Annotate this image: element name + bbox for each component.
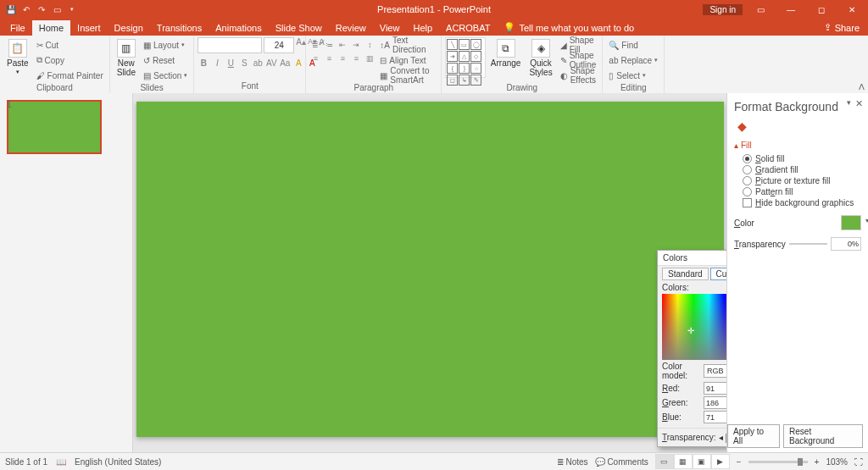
tab-transitions[interactable]: Transitions	[150, 20, 209, 36]
undo-icon[interactable]: ↶	[20, 3, 32, 15]
shape-star-icon[interactable]: ☆	[470, 63, 481, 74]
section-button[interactable]: ▤Section▾	[141, 68, 190, 83]
fit-window-icon[interactable]: ⛶	[854, 457, 863, 467]
radio-pattern-fill[interactable]: Pattern fill	[734, 186, 861, 197]
trans-left-icon[interactable]: ◂	[719, 433, 723, 442]
reset-button[interactable]: ↺Reset	[141, 53, 190, 68]
maximize-icon[interactable]: ◻	[809, 0, 834, 19]
radio-solid-fill[interactable]: Solid fill	[734, 153, 861, 164]
numbering-icon[interactable]: ≔	[323, 39, 335, 51]
text-direction-button[interactable]: ↕AText Direction	[377, 37, 437, 53]
align-center-icon[interactable]: ≡	[323, 53, 335, 64]
quick-styles-button[interactable]: ◈Quick Styles	[526, 37, 555, 79]
bold-icon[interactable]: B	[198, 57, 209, 69]
reset-background-button[interactable]: Reset Background	[783, 424, 863, 448]
strike-icon[interactable]: S	[238, 57, 250, 69]
apply-all-button[interactable]: Apply to All	[727, 424, 780, 448]
slide-thumbnail-1[interactable]: 1	[7, 100, 125, 154]
highlight-icon[interactable]: A	[292, 57, 304, 69]
tell-me-search[interactable]: 💡Tell me what you want to do	[497, 19, 641, 36]
spacing-icon[interactable]: AV	[265, 57, 277, 69]
slideshow-view-icon[interactable]: ▶	[711, 454, 730, 469]
copy-button[interactable]: ⧉Copy	[34, 53, 106, 68]
pane-options-icon[interactable]: ▾	[847, 98, 851, 107]
color-model-select[interactable]: RGB	[704, 364, 726, 378]
zoom-value[interactable]: 103%	[826, 457, 848, 467]
color-picker[interactable]: ✛	[662, 294, 726, 360]
case-icon[interactable]: Aa	[279, 57, 291, 69]
layout-button[interactable]: ▦Layout▾	[141, 37, 190, 53]
arrange-button[interactable]: ⧉Arrange	[487, 37, 525, 69]
justify-icon[interactable]: ≡	[350, 53, 362, 64]
language-status[interactable]: English (United States)	[75, 457, 161, 467]
normal-view-icon[interactable]: ▭	[655, 454, 674, 469]
radio-gradient-fill[interactable]: Gradient fill	[734, 164, 861, 175]
dialog-titlebar[interactable]: Colors ? ✕	[658, 251, 726, 266]
tab-file[interactable]: File	[3, 20, 32, 36]
notes-button[interactable]: ≣ Notes	[557, 457, 588, 467]
radio-picture-fill[interactable]: Picture or texture fill	[734, 175, 861, 186]
pane-trans-input[interactable]: 0%	[831, 237, 861, 251]
share-button[interactable]: ⇪Share	[815, 19, 868, 36]
tab-acrobat[interactable]: ACROBAT	[439, 20, 497, 36]
tab-design[interactable]: Design	[108, 20, 150, 36]
align-left-icon[interactable]: ≡	[309, 53, 321, 64]
underline-icon[interactable]: U	[225, 57, 236, 69]
qat-more-icon[interactable]: ▾	[66, 3, 78, 15]
minimize-icon[interactable]: —	[778, 0, 804, 19]
font-size-select[interactable]: 24	[264, 37, 294, 53]
shape-arrow-icon[interactable]: ➔	[447, 51, 458, 62]
check-hide-graphics[interactable]: Hide background graphics	[734, 197, 861, 208]
tab-insert[interactable]: Insert	[70, 20, 108, 36]
slide-area[interactable]: Colors ? ✕ Standard Custom Colors: ✛ ◀	[133, 93, 726, 453]
select-button[interactable]: ▯Select▾	[606, 68, 660, 83]
replace-button[interactable]: abReplace▾	[606, 53, 660, 68]
shapes-gallery[interactable]: ╲▭◯➔△◇ {}☆◻↳✎	[445, 37, 486, 78]
comments-button[interactable]: 💬 Comments	[595, 457, 648, 467]
smartart-button[interactable]: ▦Convert to SmartArt	[377, 68, 437, 83]
font-family-select[interactable]	[198, 37, 262, 53]
slide-canvas[interactable]	[136, 102, 724, 437]
shape-tri-icon[interactable]: △	[459, 51, 470, 62]
paste-button[interactable]: 📋Paste▾	[3, 37, 32, 77]
collapse-ribbon-icon[interactable]: ᐱ	[859, 82, 865, 91]
bullets-icon[interactable]: ≣	[309, 39, 321, 51]
pane-close-icon[interactable]: ✕	[855, 98, 863, 109]
spellcheck-icon[interactable]: 📖	[56, 457, 66, 467]
startshow-icon[interactable]: ▭	[51, 3, 63, 15]
linespacing-icon[interactable]: ↕	[364, 39, 376, 51]
fill-section-header[interactable]: ▴Fill	[734, 141, 861, 150]
shape-rbrace-icon[interactable]: }	[459, 63, 470, 74]
blue-input[interactable]: 71	[704, 411, 726, 423]
reading-view-icon[interactable]: ▣	[693, 454, 711, 469]
tab-home[interactable]: Home	[32, 20, 70, 36]
italic-icon[interactable]: I	[211, 57, 223, 69]
tab-review[interactable]: Review	[329, 20, 373, 36]
sign-in-button[interactable]: Sign in	[703, 4, 743, 15]
pane-trans-slider[interactable]	[789, 243, 827, 245]
cut-button[interactable]: ✂Cut	[34, 37, 106, 53]
align-right-icon[interactable]: ≡	[337, 53, 348, 64]
red-input[interactable]: 91	[704, 382, 726, 395]
tab-help[interactable]: Help	[406, 20, 439, 36]
zoom-slider[interactable]	[748, 461, 808, 463]
dedent-icon[interactable]: ⇤	[337, 39, 348, 51]
close-icon[interactable]: ✕	[839, 0, 865, 19]
columns-icon[interactable]: ▥	[364, 53, 376, 64]
save-icon[interactable]: 💾	[5, 3, 17, 15]
indent-icon[interactable]: ⇥	[350, 39, 362, 51]
sorter-view-icon[interactable]: ▦	[674, 454, 693, 469]
thumbnail-strip[interactable]: 1	[0, 93, 133, 453]
slide-count[interactable]: Slide 1 of 1	[5, 457, 47, 467]
shape-diamond-icon[interactable]: ◇	[470, 51, 481, 62]
tab-slideshow[interactable]: Slide Show	[269, 20, 329, 36]
tab-standard[interactable]: Standard	[662, 268, 709, 280]
tab-custom[interactable]: Custom	[710, 268, 726, 280]
shape-lbrace-icon[interactable]: {	[447, 63, 458, 74]
redo-icon[interactable]: ↷	[36, 3, 47, 15]
color-dropdown[interactable]	[841, 215, 861, 230]
shape-line-icon[interactable]: ╲	[447, 39, 458, 50]
grow-font-icon[interactable]: A▴	[296, 37, 306, 53]
find-button[interactable]: 🔍Find	[606, 37, 660, 53]
zoom-out-icon[interactable]: −	[737, 457, 742, 467]
